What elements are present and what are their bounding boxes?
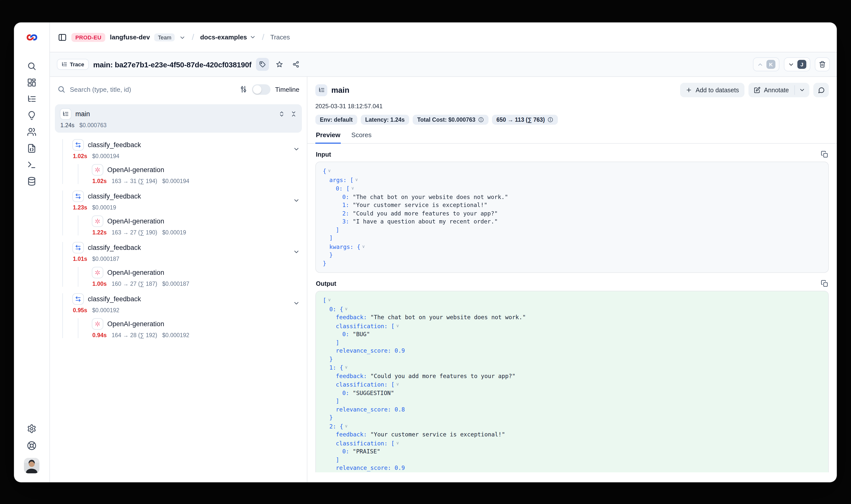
generation-tokens: 163 → 31 (∑ 194) (112, 178, 157, 184)
terminal-icon[interactable] (27, 160, 36, 169)
tree-node-span[interactable]: classify_feedback 1.01s $0.000187 (72, 242, 302, 262)
collapse-all-icon[interactable] (290, 111, 297, 117)
settings-gear-icon[interactable] (27, 424, 36, 433)
dashboard-icon[interactable] (27, 78, 36, 87)
trace-icon (315, 84, 327, 96)
chevron-down-icon[interactable] (293, 197, 300, 206)
timeline-toggle[interactable] (252, 84, 271, 94)
metric-badge[interactable]: Total Cost: $0.000763 (413, 115, 489, 125)
chevron-down-icon[interactable] (293, 146, 300, 155)
collapse-chevron-icon[interactable]: ∨ (396, 440, 399, 445)
generation-cost: $0.000187 (162, 281, 189, 287)
collapse-chevron-icon[interactable]: ∨ (355, 177, 358, 182)
tree-node-span[interactable]: classify_feedback 0.95s $0.000192 (72, 293, 302, 313)
code-line: relevance_score: 0.9 (316, 347, 828, 355)
breadcrumb-traces[interactable]: Traces (270, 33, 290, 41)
comments-button[interactable] (813, 83, 829, 97)
delete-trace-button[interactable] (815, 57, 830, 71)
add-to-datasets-button[interactable]: Add to datasets (680, 83, 744, 97)
project-label: docs-examples (200, 33, 247, 41)
users-icon[interactable] (27, 127, 36, 137)
copy-output-icon[interactable] (821, 280, 828, 287)
chevron-down-icon[interactable] (293, 248, 300, 257)
collapse-chevron-icon[interactable]: ∨ (396, 381, 399, 386)
metric-badge[interactable]: Env: default (315, 115, 357, 125)
datasets-icon[interactable] (27, 177, 36, 186)
collapse-chevron-icon[interactable]: ∨ (362, 244, 365, 249)
breadcrumb-project[interactable]: docs-examples (200, 33, 256, 41)
nav-next-button[interactable]: J (784, 57, 810, 71)
user-avatar[interactable] (24, 458, 39, 473)
metric-badge[interactable]: Latency: 1.24s (361, 115, 409, 125)
code-line: ] (316, 226, 828, 234)
share-button[interactable] (290, 58, 302, 70)
badge-label: 650 → 113 (∑ 763) (496, 117, 545, 123)
trace-span-group: classify_feedback 1.23s $0.00019 OpenAI-… (63, 191, 302, 235)
lightbulb-icon[interactable] (27, 111, 36, 120)
collapse-chevron-icon[interactable]: ∨ (344, 306, 348, 311)
collapse-chevron-icon[interactable]: ∨ (344, 423, 348, 428)
generation-name: OpenAI-generation (107, 166, 164, 174)
collapse-chevron-icon[interactable]: ∨ (328, 297, 331, 302)
tree-node-generation[interactable]: OpenAI-generation 1.22s 163 → 27 (∑ 190)… (92, 215, 302, 235)
filter-sliders-icon[interactable] (240, 85, 248, 93)
tree-node-span[interactable]: classify_feedback 1.02s $0.000194 (72, 139, 302, 159)
copy-input-icon[interactable] (821, 151, 828, 158)
search-icon[interactable] (27, 61, 36, 71)
expand-all-icon[interactable] (279, 111, 285, 117)
sidebar-toggle-icon[interactable] (58, 33, 67, 42)
metric-badge[interactable]: 650 → 113 (∑ 763) (492, 115, 558, 125)
collapse-chevron-icon[interactable]: ∨ (344, 365, 348, 370)
collapse-chevron-icon[interactable]: ∨ (396, 323, 399, 328)
generation-tokens: 164 → 28 (∑ 192) (112, 332, 157, 338)
annotate-button[interactable]: Annotate (748, 83, 794, 97)
root-cost: $0.000763 (79, 122, 107, 128)
chevron-down-icon[interactable] (179, 34, 186, 40)
generation-duration: 1.02s (92, 178, 107, 184)
generation-name: OpenAI-generation (107, 320, 164, 328)
file-json-icon[interactable] (27, 144, 36, 153)
collapse-chevron-icon[interactable]: ∨ (328, 168, 331, 173)
code-line: 3: "I have a question about my recent or… (316, 217, 828, 226)
search-icon (57, 85, 65, 93)
openai-icon (92, 164, 103, 176)
star-bookmark-button[interactable] (273, 58, 285, 70)
tree-node-generation[interactable]: OpenAI-generation 1.00s 160 → 27 (∑ 187)… (92, 267, 302, 287)
code-line: [∨ (316, 296, 828, 305)
span-cost: $0.000187 (92, 256, 120, 262)
detail-tabs: Preview Scores (307, 130, 837, 144)
annotate-dropdown-chevron[interactable] (795, 83, 809, 97)
support-lifebuoy-icon[interactable] (27, 441, 36, 450)
org-type-badge: Team (155, 33, 175, 41)
tab-scores[interactable]: Scores (351, 130, 372, 143)
nav-previous-button[interactable]: K (753, 57, 779, 71)
output-json-viewer: [∨0: {∨feedback: "The chat bot on your w… (315, 291, 829, 472)
code-line: 2: "Could you add more features to your … (316, 209, 828, 217)
span-name: classify_feedback (88, 193, 141, 200)
tree-node-generation[interactable]: OpenAI-generation 0.94s 164 → 28 (∑ 192)… (92, 318, 302, 338)
trace-tree-panel: Search (type, title, id) Timeline main (50, 77, 307, 482)
generation-children: OpenAI-generation 1.00s 160 → 27 (∑ 187)… (78, 267, 302, 287)
key-badge-k: K (766, 60, 775, 69)
breadcrumb-org[interactable]: langfuse-dev (110, 33, 150, 41)
tree-node-generation[interactable]: OpenAI-generation 1.02s 163 → 31 (∑ 194)… (92, 164, 302, 184)
langfuse-logo[interactable] (14, 22, 49, 52)
tag-button[interactable] (256, 58, 269, 71)
span-duration: 0.95s (73, 307, 87, 313)
screen: PROD-EU langfuse-dev Team / docs-example… (0, 0, 851, 504)
search-input[interactable]: Search (type, title, id) (70, 86, 235, 93)
tree-node-span[interactable]: classify_feedback 1.23s $0.00019 (72, 191, 302, 211)
tracing-icon[interactable] (27, 94, 36, 104)
collapse-chevron-icon[interactable]: ∨ (351, 185, 354, 191)
root-duration: 1.24s (60, 122, 74, 128)
span-duration: 1.02s (73, 153, 87, 159)
trace-span-group: classify_feedback 0.95s $0.000192 OpenAI… (63, 293, 302, 338)
input-section-label: Input (316, 151, 331, 158)
metric-badges: Env: default Latency: 1.24s Total Cost: … (315, 115, 829, 125)
rail-bottom (24, 424, 39, 482)
span-list: classify_feedback 1.02s $0.000194 OpenAI… (55, 139, 302, 338)
chevron-down-icon[interactable] (293, 300, 300, 309)
span-cost: $0.000194 (92, 153, 120, 159)
tree-node-root[interactable]: main 1.24s $0.000763 (55, 104, 302, 133)
tab-preview[interactable]: Preview (315, 130, 341, 144)
